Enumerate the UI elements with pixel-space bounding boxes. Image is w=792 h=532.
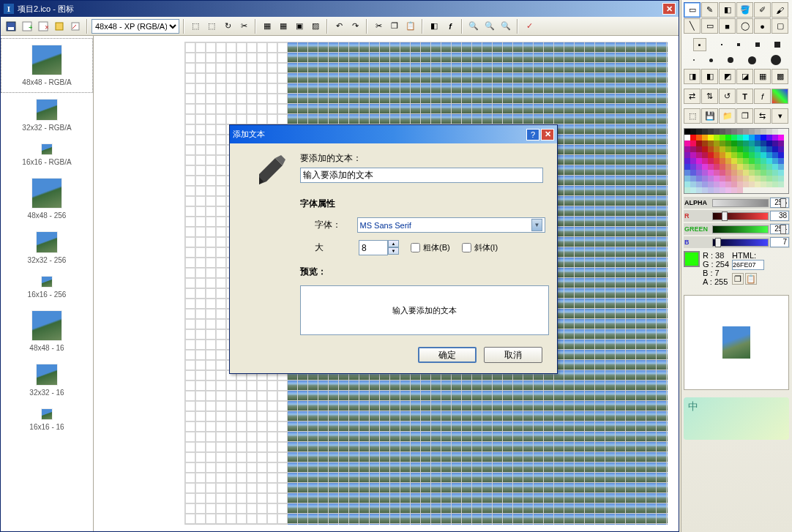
pal-new-icon[interactable]: ⬚ [684,108,701,124]
rbrush-1[interactable] [693,59,695,61]
thumb-16-256[interactable]: 16x16 - 256 [1,270,93,304]
ellipse-tool-icon[interactable]: ◯ [736,18,753,34]
dialog-close-button[interactable]: ✕ [541,129,554,141]
grid1-icon[interactable]: ▦ [260,19,274,34]
copy-icon[interactable]: ❐ [387,19,402,34]
grad2-icon[interactable]: ◧ [701,69,718,84]
import-icon[interactable]: ⬚ [188,19,203,34]
grad6-icon[interactable]: ▩ [772,69,788,84]
font-combo[interactable]: MS Sans Serif ▼ [357,217,545,233]
thumb-48-16[interactable]: 48x48 - 16 [1,304,93,358]
close-button[interactable]: ✕ [662,3,676,15]
bold-checkbox[interactable] [411,243,420,252]
line-tool-icon[interactable]: ╲ [684,18,701,34]
brush-2[interactable] [721,44,722,45]
text-input[interactable] [300,168,543,183]
fill-tool-icon[interactable]: 🪣 [736,2,753,18]
layer-icon[interactable]: ▣ [292,19,307,34]
grad5-icon[interactable]: ▦ [754,69,771,84]
size-spinner[interactable]: ▲▼ [359,240,399,255]
select-tool-icon[interactable]: ▭ [684,2,701,18]
paste-icon[interactable]: 📋 [403,19,418,34]
rect-tool-icon[interactable]: ▭ [701,18,718,34]
thumb-16-16[interactable]: 16x16 - 16 [1,402,93,437]
rectfill-tool-icon[interactable]: ■ [719,18,736,34]
new-image-icon[interactable]: + [20,19,34,34]
size-input[interactable] [359,240,388,255]
flipv-icon[interactable]: ⇅ [701,89,718,104]
effects-icon[interactable]: ◧ [427,19,441,34]
fx2-icon[interactable]: f [754,89,771,104]
pal-swap-icon[interactable]: ⇆ [754,108,771,124]
format-select[interactable]: 48x48 - XP (RGB/A) [91,19,179,34]
pal-save-icon[interactable]: 💾 [701,108,718,124]
brush-tool-icon[interactable]: 🖌 [772,2,788,18]
dialog-titlebar[interactable]: 添加文本 ? ✕ [230,125,557,143]
grid2-icon[interactable]: ▦ [276,19,291,34]
pal-copy-icon[interactable]: ❐ [736,108,753,124]
thumb-48-rgba[interactable]: 48x48 - RGB/A [1,38,93,93]
brush-1[interactable]: ▪ [693,38,706,51]
rbrush-5[interactable] [771,55,781,65]
green-slider[interactable]: GREEN254 [684,223,790,235]
check-icon[interactable]: ✓ [522,19,537,34]
save-icon[interactable] [4,19,18,34]
grad4-icon[interactable]: ◪ [736,69,753,84]
brush-5[interactable] [774,42,780,48]
italic-checkbox[interactable] [462,243,471,252]
picker-tool-icon[interactable]: ✐ [754,2,771,18]
thumb-48-256[interactable]: 48x48 - 256 [1,172,93,225]
copy-color-icon[interactable]: ❐ [732,273,744,285]
rbrush-3[interactable] [728,57,733,63]
pal-more-icon[interactable]: ▾ [772,108,788,124]
fliph-icon[interactable]: ⇄ [684,89,701,104]
zoom-fit-icon[interactable]: 🔍 [498,19,513,34]
pencil-tool-icon[interactable]: ✎ [701,2,718,18]
ad-panel[interactable] [684,397,789,440]
color-icon[interactable] [772,89,788,104]
spin-down[interactable]: ▼ [388,247,399,255]
zoom-in-icon[interactable]: 🔍 [466,19,481,34]
rbrush-4[interactable] [748,56,756,64]
thumb-32-256[interactable]: 32x32 - 256 [1,225,93,270]
rotatel-icon[interactable]: ↺ [719,89,736,104]
delete-image-icon[interactable]: × [36,19,51,34]
crop-icon[interactable]: ✂ [236,19,251,34]
pal-open-icon[interactable]: 📁 [719,108,736,124]
fx-icon[interactable]: f [443,19,457,34]
spin-up[interactable]: ▲ [388,240,399,247]
cut-icon[interactable]: ✂ [371,19,386,34]
thumb-16-rgba[interactable]: 16x16 - RGB/A [1,138,93,172]
color-palette[interactable] [684,128,789,194]
ellipsefill-tool-icon[interactable]: ● [754,18,771,34]
brush-4[interactable] [755,42,760,47]
brush-3[interactable] [737,43,740,46]
paste-color-icon[interactable]: 📋 [745,273,757,285]
import2-icon[interactable]: ⬚ [204,19,219,34]
checker-icon[interactable]: ▨ [308,19,323,34]
current-color-swatch[interactable] [684,251,700,267]
ok-button[interactable]: 确定 [418,347,477,363]
zoom-out-icon[interactable]: 🔍 [482,19,497,34]
titlebar[interactable]: I 项目2.ico - 图标 ✕ [1,1,679,17]
export-icon[interactable] [52,19,67,34]
rbrush-2[interactable] [709,59,713,62]
undo-icon[interactable]: ↶ [332,19,346,34]
redo-icon[interactable]: ↷ [348,19,362,34]
blue-slider[interactable]: B7 [684,236,790,248]
grad3-icon[interactable]: ◩ [719,69,736,84]
help-button[interactable]: ? [526,129,539,141]
chevron-down-icon[interactable]: ▼ [531,219,542,231]
roundrect-tool-icon[interactable]: ▢ [772,18,788,34]
thumb-32-16[interactable]: 32x32 - 16 [1,358,93,402]
grad1-icon[interactable]: ◨ [684,69,701,84]
html-input[interactable] [732,260,764,270]
paint-icon[interactable] [68,19,83,34]
text-tool-icon[interactable]: T [736,89,753,104]
cancel-button[interactable]: 取消 [484,347,542,363]
rotate-icon[interactable]: ↻ [220,19,235,34]
alpha-slider[interactable]: ALPHA255 [684,197,790,209]
thumb-32-rgba[interactable]: 32x32 - RGB/A [1,93,93,138]
eraser-tool-icon[interactable]: ◧ [719,2,736,18]
red-slider[interactable]: R38 [684,210,790,222]
